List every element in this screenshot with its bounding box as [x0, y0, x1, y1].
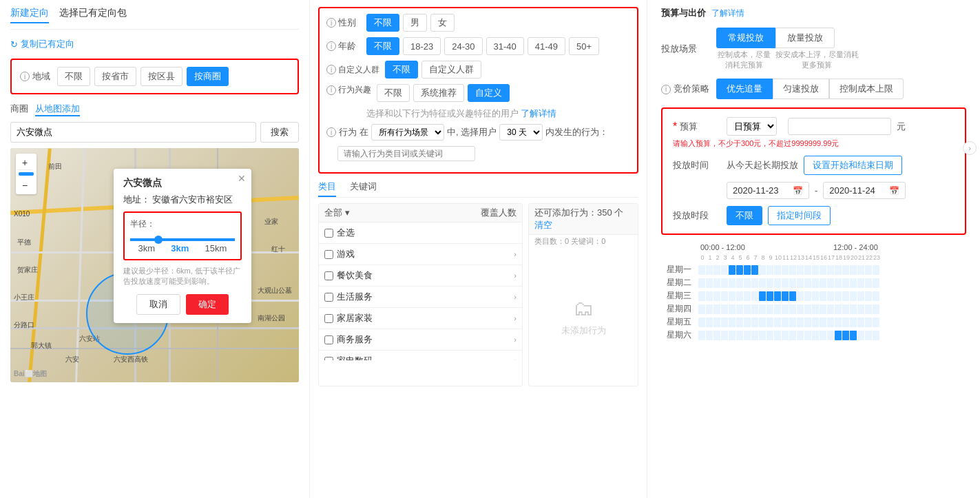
action-day-select[interactable]: 30 天	[499, 124, 543, 141]
age-50plus[interactable]: 50+	[569, 37, 599, 55]
time-cell[interactable]	[713, 265, 720, 275]
time-cell[interactable]	[736, 291, 743, 301]
time-cell[interactable]	[797, 291, 804, 301]
time-cell[interactable]	[751, 265, 758, 275]
region-option-unlimited[interactable]: 不限	[57, 67, 90, 86]
info-icon-behavior[interactable]: i	[326, 85, 336, 95]
time-cell[interactable]	[713, 318, 720, 327]
time-cell[interactable]	[865, 318, 872, 327]
start-date-input[interactable]: 2020-11-23 📅	[727, 182, 809, 199]
time-cell[interactable]	[736, 304, 743, 314]
time-cell[interactable]	[706, 331, 713, 340]
time-cell[interactable]	[857, 265, 864, 275]
time-cell[interactable]	[873, 265, 879, 275]
crowd-unlimited[interactable]: 不限	[385, 61, 418, 79]
list-item[interactable]: 生活服务 ›	[319, 287, 522, 308]
time-cell[interactable]	[698, 265, 705, 275]
time-cell[interactable]	[744, 291, 751, 301]
time-cell[interactable]	[767, 304, 773, 314]
time-cell[interactable]	[835, 304, 842, 314]
time-cell[interactable]	[842, 318, 849, 327]
info-icon-gender[interactable]: i	[326, 18, 336, 28]
time-cell[interactable]	[865, 265, 872, 275]
time-cell[interactable]	[835, 291, 842, 301]
age-18-23[interactable]: 18-23	[403, 37, 441, 55]
time-cell[interactable]	[744, 331, 751, 340]
time-cell[interactable]	[789, 304, 796, 314]
time-cell[interactable]	[759, 331, 766, 340]
time-cell[interactable]	[721, 304, 728, 314]
time-cell[interactable]	[842, 278, 849, 288]
time-cell[interactable]	[789, 318, 796, 327]
check-home[interactable]	[324, 314, 333, 323]
time-cell[interactable]	[713, 331, 720, 340]
time-cell[interactable]	[827, 318, 834, 327]
time-cell[interactable]	[759, 291, 766, 301]
radius-3km-2[interactable]: 3km	[171, 243, 189, 253]
time-cell[interactable]	[782, 278, 789, 288]
radius-3km-1[interactable]: 3km	[138, 243, 156, 253]
all-dropdown[interactable]: 全部 ▾	[324, 207, 350, 219]
time-cell[interactable]	[865, 291, 872, 301]
action-icon[interactable]: i	[326, 127, 336, 137]
time-cell[interactable]	[797, 265, 804, 275]
time-cell[interactable]	[759, 318, 766, 327]
time-cell[interactable]	[706, 265, 713, 275]
time-cell[interactable]	[751, 278, 758, 288]
time-cell[interactable]	[820, 265, 826, 275]
timeslot-unlimited[interactable]: 不限	[727, 206, 762, 225]
time-cell[interactable]	[797, 278, 804, 288]
time-cell[interactable]	[721, 331, 728, 340]
time-cell[interactable]	[713, 278, 720, 288]
info-icon-age[interactable]: i	[326, 41, 336, 51]
time-cell[interactable]	[706, 278, 713, 288]
time-cell[interactable]	[782, 291, 789, 301]
time-cell[interactable]	[767, 265, 773, 275]
behavior-custom[interactable]: 自定义	[468, 84, 510, 102]
time-cell[interactable]	[850, 265, 857, 275]
time-cell[interactable]	[789, 265, 796, 275]
radius-15km[interactable]: 15km	[205, 243, 227, 253]
info-icon-bid[interactable]: i	[661, 85, 671, 94]
time-cell[interactable]	[759, 265, 766, 275]
time-cell[interactable]	[782, 331, 789, 340]
time-cell[interactable]	[804, 304, 811, 314]
map-zoom-out[interactable]: −	[17, 178, 32, 193]
tab-keyword[interactable]: 关键词	[350, 180, 377, 197]
time-cell[interactable]	[850, 291, 857, 301]
gender-option-male[interactable]: 男	[403, 14, 427, 32]
delivery-normal[interactable]: 常规投放	[716, 28, 775, 48]
popup-cancel-button[interactable]: 取消	[136, 294, 180, 315]
time-cell[interactable]	[729, 291, 736, 301]
list-item[interactable]: 家电数码 ›	[319, 351, 522, 360]
time-cell[interactable]	[857, 291, 864, 301]
budget-type-select[interactable]: 日预算 总预算	[727, 117, 777, 136]
time-cell[interactable]	[865, 278, 872, 288]
check-business[interactable]	[324, 335, 333, 344]
check-food[interactable]	[324, 271, 333, 280]
time-cell[interactable]	[751, 291, 758, 301]
time-cell[interactable]	[721, 318, 728, 327]
time-cell[interactable]	[804, 291, 811, 301]
set-date-button[interactable]: 设置开始和结束日期	[804, 156, 902, 175]
time-cell[interactable]	[857, 278, 864, 288]
time-cell[interactable]	[797, 331, 804, 340]
timeslot-custom[interactable]: 指定时间段	[768, 206, 831, 225]
age-24-30[interactable]: 24-30	[444, 37, 482, 55]
time-cell[interactable]	[842, 304, 849, 314]
time-cell[interactable]	[751, 318, 758, 327]
time-cell[interactable]	[706, 318, 713, 327]
list-item[interactable]: 商务服务 ›	[319, 329, 522, 351]
region-option-province[interactable]: 按省市	[94, 67, 136, 86]
list-item[interactable]: 游戏 ›	[319, 244, 522, 265]
time-cell[interactable]	[850, 318, 857, 327]
time-cell[interactable]	[827, 331, 834, 340]
region-option-circle[interactable]: 按商圈	[187, 67, 229, 86]
time-cell[interactable]	[782, 265, 789, 275]
time-cell[interactable]	[774, 278, 781, 288]
time-cell[interactable]	[857, 304, 864, 314]
time-cell[interactable]	[789, 331, 796, 340]
time-cell[interactable]	[857, 318, 864, 327]
time-cell[interactable]	[729, 278, 736, 288]
info-icon-region[interactable]: i	[20, 72, 30, 81]
